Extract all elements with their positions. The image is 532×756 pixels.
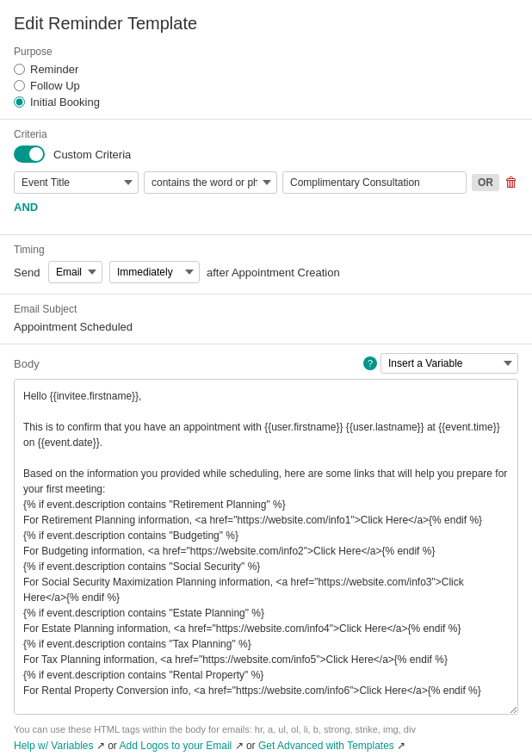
purpose-initial-booking[interactable]: Initial Booking <box>14 96 518 108</box>
purpose-reminder[interactable]: Reminder <box>14 63 518 76</box>
send-method-select[interactable]: Email SMS <box>48 261 102 283</box>
insert-variable-select[interactable]: Insert a Variable <box>380 353 518 374</box>
body-label: Body <box>14 357 40 370</box>
event-field-select[interactable]: Event Title <box>14 171 139 194</box>
purpose-label: Purpose <box>14 46 518 58</box>
criteria-section: Criteria Custom Criteria Event Title con… <box>14 128 518 224</box>
help-links: Help w/ Variables ↗ or Add Logos to your… <box>14 740 518 752</box>
page-title: Edit Reminder Template <box>14 14 518 34</box>
divider-2 <box>0 234 532 235</box>
body-header: Body ? Insert a Variable <box>14 353 518 374</box>
timing-label: Timing <box>14 244 518 256</box>
divider-1 <box>0 119 532 120</box>
purpose-initial-booking-label: Initial Booking <box>30 96 100 108</box>
delete-criteria-icon[interactable]: 🗑 <box>504 176 518 189</box>
help-logos-link[interactable]: Add Logos to your Email <box>120 740 232 752</box>
purpose-followup-label: Follow Up <box>30 79 80 92</box>
divider-3 <box>0 294 532 294</box>
help-variables-link[interactable]: Help w/ Variables <box>14 740 93 752</box>
send-when-select[interactable]: Immediately 1 day before 2 days before <box>109 261 200 283</box>
send-label: Send <box>14 266 41 279</box>
html-tags-note: You can use these HTML tags within the b… <box>14 724 518 734</box>
purpose-followup[interactable]: Follow Up <box>14 79 518 92</box>
email-subject-section: Email Subject Appointment Scheduled <box>14 303 518 333</box>
email-subject-value: Appointment Scheduled <box>14 320 518 333</box>
toggle-slider <box>14 146 45 163</box>
variable-select-wrapper: ? Insert a Variable <box>363 353 518 374</box>
purpose-radio-group: Reminder Follow Up Initial Booking <box>14 63 518 108</box>
body-section: Body ? Insert a Variable Hello {{invitee… <box>14 353 518 717</box>
criteria-value-input[interactable] <box>282 171 467 194</box>
criteria-row: Event Title contains the word or phr... … <box>14 171 518 194</box>
timing-row: Send Email SMS Immediately 1 day before … <box>14 261 518 283</box>
criteria-label: Criteria <box>14 128 518 140</box>
custom-criteria-toggle-row: Custom Criteria <box>14 146 518 163</box>
body-help-icon[interactable]: ? <box>363 356 377 370</box>
and-link[interactable]: AND <box>14 201 38 214</box>
email-subject-label: Email Subject <box>14 303 518 315</box>
or-badge: OR <box>472 174 499 191</box>
after-text: after Appointment Creation <box>207 266 340 279</box>
help-advanced-link[interactable]: Get Advanced with Templates <box>258 740 394 752</box>
body-textarea[interactable]: Hello {{invitee.firstname}}, This is to … <box>14 379 518 715</box>
purpose-reminder-label: Reminder <box>30 63 78 76</box>
divider-4 <box>0 344 532 344</box>
timing-section: Timing Send Email SMS Immediately 1 day … <box>14 244 518 283</box>
condition-select[interactable]: contains the word or phr... <box>144 171 277 194</box>
custom-criteria-label: Custom Criteria <box>53 148 131 161</box>
custom-criteria-toggle[interactable] <box>14 146 45 163</box>
